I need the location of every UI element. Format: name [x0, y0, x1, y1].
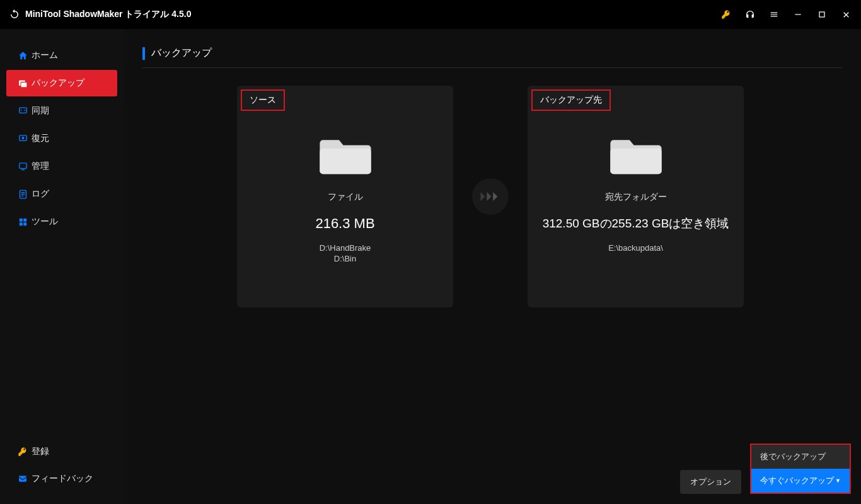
sidebar-item-label: バックアップ [32, 77, 84, 89]
sidebar-item-backup[interactable]: バックアップ [6, 70, 117, 96]
sidebar-item-label: 登録 [32, 446, 49, 457]
backup-now-button[interactable]: 今すぐバックアップ ▼ [751, 469, 850, 493]
svg-rect-15 [320, 149, 371, 175]
source-label: ソース [241, 89, 285, 111]
backup-icon [18, 78, 28, 89]
sidebar-item-label: 管理 [32, 161, 49, 172]
sidebar-item-label: フィードバック [32, 473, 93, 484]
folder-icon [318, 134, 373, 175]
svg-rect-13 [23, 222, 26, 226]
maximize-button[interactable] [816, 8, 828, 21]
headphone-icon[interactable] [744, 8, 756, 21]
chevrons-right-icon [480, 190, 501, 203]
arrow-indicator [472, 178, 509, 215]
close-button[interactable] [840, 8, 852, 21]
action-bar: オプション 後でバックアップ 今すぐバックアップ ▼ [680, 444, 851, 494]
source-type: ファイル [328, 192, 363, 203]
sidebar-item-home[interactable]: ホーム [6, 42, 117, 69]
tools-icon [18, 217, 28, 227]
destination-card[interactable]: バックアップ先 宛先フォルダー 312.50 GBの255.23 GBは空き領域… [528, 86, 744, 307]
manage-icon [18, 161, 28, 172]
page-header: バックアップ [142, 47, 842, 68]
sidebar-item-label: ログ [32, 188, 49, 200]
destination-type: 宛先フォルダー [605, 192, 667, 203]
home-icon [18, 50, 28, 61]
destination-space: 312.50 GBの255.23 GBは空き領域 [543, 215, 729, 232]
sidebar-item-restore[interactable]: 復元 [6, 125, 117, 152]
options-button[interactable]: オプション [680, 470, 741, 494]
svg-rect-11 [23, 218, 26, 221]
window-controls [720, 8, 852, 21]
source-paths: D:\HandBrake D:\Bin [320, 243, 371, 263]
restore-icon [18, 134, 28, 144]
folder-icon [609, 134, 663, 175]
svg-rect-16 [610, 149, 661, 175]
app-title: MiniTool ShadowMaker トライアル 4.5.0 [25, 9, 191, 20]
sync-icon [18, 106, 28, 117]
backup-now-label: 今すぐバックアップ [760, 475, 834, 486]
titlebar: MiniTool ShadowMaker トライアル 4.5.0 [0, 0, 861, 29]
page-title: バックアップ [151, 47, 212, 60]
sidebar-item-sync[interactable]: 同期 [6, 98, 117, 124]
title-accent-bar [142, 47, 145, 60]
sidebar-item-tools[interactable]: ツール [6, 209, 117, 235]
sidebar-item-log[interactable]: ログ [6, 181, 117, 207]
source-path: D:\HandBrake [320, 243, 371, 253]
refresh-icon [9, 9, 20, 20]
mail-icon [18, 474, 28, 484]
destination-path: E:\backupdata\ [608, 243, 663, 253]
svg-rect-14 [19, 476, 26, 481]
key-icon [18, 447, 28, 457]
sidebar-item-label: 復元 [32, 133, 49, 144]
svg-point-6 [21, 136, 24, 139]
svg-rect-10 [20, 218, 23, 221]
dropdown-caret-icon: ▼ [835, 478, 841, 484]
svg-rect-0 [795, 14, 800, 14]
svg-rect-12 [20, 222, 23, 226]
app-logo: MiniTool ShadowMaker トライアル 4.5.0 [9, 9, 191, 20]
content-area: バックアップ ソース ファイル 216.3 MB D:\HandBrake D:… [124, 29, 861, 504]
sidebar-item-label: ホーム [32, 50, 58, 61]
menu-icon[interactable] [768, 8, 780, 21]
source-path: D:\Bin [334, 254, 356, 263]
key-icon[interactable] [720, 8, 732, 21]
minimize-button[interactable] [792, 8, 804, 21]
destination-label: バックアップ先 [531, 89, 611, 111]
sidebar: ホーム バックアップ 同期 復元 [0, 29, 124, 504]
source-card[interactable]: ソース ファイル 216.3 MB D:\HandBrake D:\Bin [237, 86, 453, 307]
schedule-group: 後でバックアップ 今すぐバックアップ ▼ [750, 444, 851, 494]
svg-rect-8 [21, 169, 25, 169]
sidebar-item-feedback[interactable]: フィードバック [6, 466, 117, 492]
svg-rect-1 [819, 12, 824, 17]
sidebar-item-label: ツール [32, 216, 58, 227]
sidebar-item-manage[interactable]: 管理 [6, 153, 117, 180]
svg-rect-3 [21, 82, 27, 88]
source-size: 216.3 MB [315, 215, 374, 232]
sidebar-item-register[interactable]: 登録 [6, 438, 117, 465]
sidebar-item-label: 同期 [32, 105, 49, 117]
log-icon [18, 189, 28, 200]
destination-paths: E:\backupdata\ [608, 243, 663, 253]
svg-rect-7 [20, 163, 26, 168]
backup-later-button[interactable]: 後でバックアップ [751, 445, 850, 469]
